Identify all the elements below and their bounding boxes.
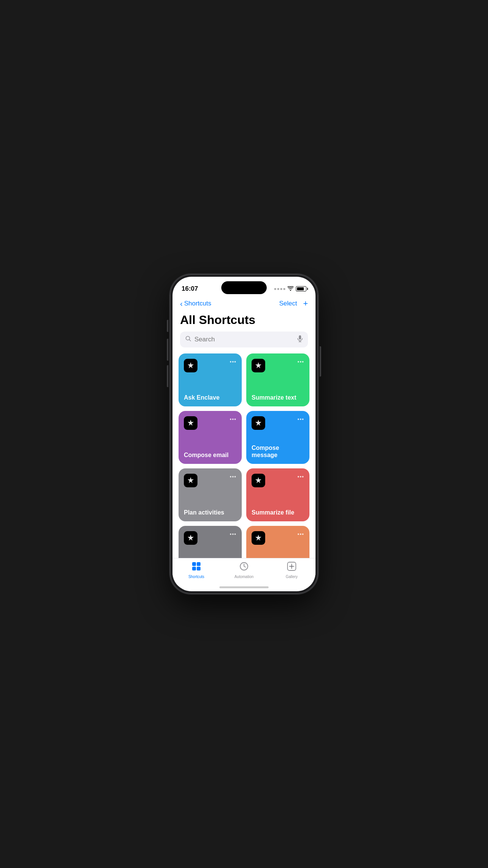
page-title: All Shortcuts <box>173 312 315 332</box>
card-menu-summarize-file[interactable]: ••• <box>297 474 304 480</box>
card-top: ••• <box>184 416 236 430</box>
mic-icon <box>297 335 303 344</box>
tab-automation-label: Automation <box>235 575 254 579</box>
shortcut-card-ask-enclave[interactable]: ••• Ask Enclave <box>179 353 242 406</box>
shortcut-card-compose-message[interactable]: ••• Compose message <box>246 411 309 464</box>
card-label-plan-activities: Plan activities <box>184 509 236 516</box>
add-button[interactable]: + <box>303 299 308 308</box>
svg-rect-5 <box>197 562 200 566</box>
card-menu-summarize-text[interactable]: ••• <box>297 359 304 365</box>
tab-bar: Shortcuts Automation <box>173 558 315 586</box>
wifi-icon <box>288 286 294 292</box>
back-chevron-icon: ‹ <box>180 300 183 307</box>
phone-screen: 16:07 <box>173 277 315 591</box>
back-button[interactable]: ‹ Shortcuts <box>180 300 211 307</box>
card-top: ••• <box>184 531 236 545</box>
automation-tab-icon <box>239 561 249 574</box>
volume-up-button <box>167 339 168 361</box>
shortcut-card-tell-me-a-joke[interactable]: ••• Tell me a joke <box>179 526 242 558</box>
svg-rect-7 <box>197 567 200 570</box>
svg-rect-1 <box>299 335 301 339</box>
shortcuts-tab-icon <box>191 561 201 574</box>
shortcuts-grid: ••• Ask Enclave ••• Summarize text <box>179 353 309 558</box>
card-menu-answer-as-pirate[interactable]: ••• <box>297 531 304 537</box>
search-bar[interactable] <box>180 332 308 347</box>
app-icon-answer-as-pirate <box>252 531 265 545</box>
card-menu-compose-email[interactable]: ••• <box>230 416 236 422</box>
app-icon-plan-activities <box>184 474 197 487</box>
status-time: 16:07 <box>182 285 198 293</box>
card-top: ••• <box>252 474 304 487</box>
card-label-ask-enclave: Ask Enclave <box>184 394 236 401</box>
card-menu-plan-activities[interactable]: ••• <box>230 474 236 480</box>
nav-actions: Select + <box>279 299 308 308</box>
back-button-label: Shortcuts <box>184 300 211 307</box>
svg-rect-6 <box>192 567 196 570</box>
app-icon-summarize-file <box>252 474 265 487</box>
phone-frame: 16:07 <box>170 274 318 594</box>
app-icon-ask-enclave <box>184 359 197 372</box>
card-top: ••• <box>252 359 304 372</box>
svg-point-10 <box>291 566 293 567</box>
home-indicator <box>219 586 269 588</box>
app-icon-compose-email <box>184 416 197 430</box>
app-icon-compose-message <box>252 416 265 430</box>
shortcut-card-summarize-file[interactable]: ••• Summarize file <box>246 468 309 521</box>
search-icon <box>185 336 191 343</box>
app-icon-tell-me-a-joke <box>184 531 197 545</box>
signal-icon <box>274 288 285 290</box>
navigation-bar: ‹ Shortcuts Select + <box>173 296 315 312</box>
select-button[interactable]: Select <box>279 300 297 307</box>
shortcut-card-compose-email[interactable]: ••• Compose email <box>179 411 242 464</box>
dynamic-island <box>221 281 267 294</box>
svg-rect-4 <box>192 562 196 566</box>
card-menu-ask-enclave[interactable]: ••• <box>230 359 236 365</box>
mute-button <box>167 320 168 332</box>
card-top: ••• <box>252 531 304 545</box>
card-label-compose-email: Compose email <box>184 451 236 459</box>
tab-automation[interactable]: Automation <box>231 561 257 579</box>
app-icon-summarize-text <box>252 359 265 372</box>
tab-gallery[interactable]: Gallery <box>278 561 305 579</box>
card-top: ••• <box>252 416 304 430</box>
card-menu-tell-me-a-joke[interactable]: ••• <box>230 531 236 537</box>
shortcut-card-plan-activities[interactable]: ••• Plan activities <box>179 468 242 521</box>
card-top: ••• <box>184 474 236 487</box>
card-label-compose-message: Compose message <box>252 444 304 459</box>
tab-shortcuts[interactable]: Shortcuts <box>183 561 210 579</box>
card-top: ••• <box>184 359 236 372</box>
status-icons <box>274 286 306 292</box>
volume-down-button <box>167 365 168 387</box>
search-input[interactable] <box>194 336 294 343</box>
shortcuts-content: ••• Ask Enclave ••• Summarize text <box>173 353 315 558</box>
battery-icon <box>296 286 306 291</box>
tab-shortcuts-label: Shortcuts <box>188 575 204 579</box>
gallery-tab-icon <box>287 561 297 574</box>
card-label-summarize-text: Summarize text <box>252 394 304 401</box>
shortcut-card-answer-as-pirate[interactable]: ••• Answer as pirate <box>246 526 309 558</box>
card-label-summarize-file: Summarize file <box>252 509 304 516</box>
card-menu-compose-message[interactable]: ••• <box>297 416 304 422</box>
shortcut-card-summarize-text[interactable]: ••• Summarize text <box>246 353 309 406</box>
power-button <box>320 346 321 377</box>
tab-gallery-label: Gallery <box>286 575 298 579</box>
